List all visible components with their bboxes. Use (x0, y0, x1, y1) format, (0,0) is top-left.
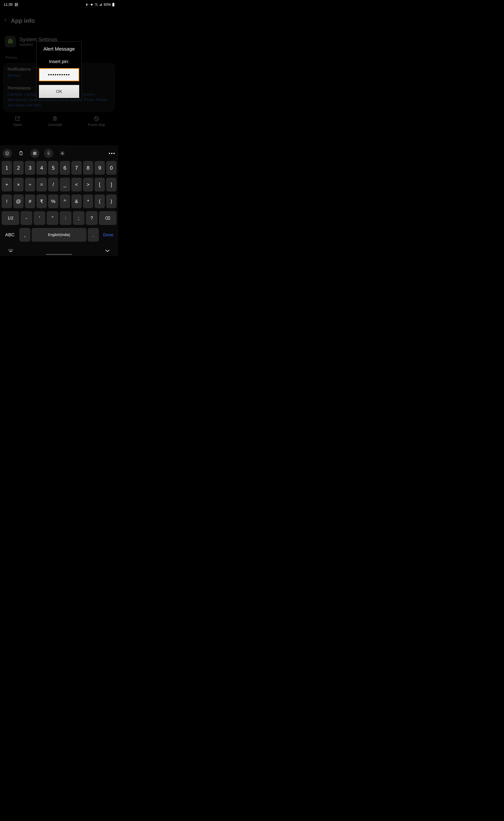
key-equals[interactable]: = (36, 178, 47, 191)
svg-point-8 (11, 40, 11, 40)
key-rparen[interactable]: ) (106, 194, 116, 208)
keyboard: ••• 1 2 3 4 5 6 7 8 9 0 + × ÷ = / _ < > … (0, 145, 118, 256)
voice-input-icon[interactable] (44, 149, 53, 158)
key-multiply[interactable]: × (13, 178, 24, 191)
kb-row-1: 1 2 3 4 5 6 7 8 9 0 (2, 161, 116, 175)
key-period[interactable]: . (88, 228, 99, 242)
svg-point-10 (6, 152, 9, 155)
open-label: Open (13, 123, 22, 127)
key-semicolon[interactable]: ; (73, 211, 85, 225)
svg-point-4 (9, 39, 10, 40)
key-lparen[interactable]: ( (95, 194, 105, 208)
key-0[interactable]: 0 (106, 161, 116, 175)
svg-rect-13 (20, 152, 22, 155)
force-stop-action: Force stop (88, 116, 105, 127)
key-6[interactable]: 6 (60, 161, 70, 175)
key-backspace[interactable] (99, 211, 116, 225)
key-caret[interactable]: ^ (60, 194, 70, 208)
status-time: 11:35 (4, 2, 13, 7)
dialog-prompt: Insert pin: (38, 59, 80, 64)
key-8[interactable]: 8 (83, 161, 93, 175)
alert-dialog: Alert Message Insert pin: OK (36, 41, 82, 100)
key-slash[interactable]: / (48, 178, 58, 191)
key-dash[interactable]: - (21, 211, 32, 225)
key-page-toggle[interactable]: 1/2 (2, 211, 19, 225)
kb-row-3: ! @ # ₹ % ^ & * ( ) (2, 194, 116, 208)
key-comma[interactable]: , (19, 228, 30, 242)
key-quote[interactable]: " (47, 211, 58, 225)
key-question[interactable]: ? (86, 211, 98, 225)
dialog-title: Alert Message (38, 46, 80, 52)
svg-rect-3 (113, 3, 114, 3)
text-extract-icon[interactable] (30, 149, 39, 158)
svg-point-17 (9, 249, 9, 250)
svg-point-26 (12, 250, 13, 251)
keyboard-more-icon[interactable]: ••• (109, 151, 115, 156)
key-underscore[interactable]: _ (60, 178, 70, 191)
key-done[interactable]: Done (100, 228, 116, 242)
svg-point-22 (9, 250, 9, 251)
svg-point-5 (11, 39, 12, 40)
keyboard-switch-icon[interactable] (8, 249, 13, 253)
open-action: Open (13, 116, 22, 127)
svg-point-12 (8, 153, 8, 153)
svg-point-7 (9, 40, 10, 40)
key-rupee[interactable]: ₹ (36, 194, 47, 208)
key-star[interactable]: * (83, 194, 93, 208)
key-4[interactable]: 4 (36, 161, 47, 175)
svg-point-18 (10, 249, 10, 250)
key-3[interactable]: 3 (25, 161, 35, 175)
force-stop-label: Force stop (88, 123, 105, 127)
key-plus[interactable]: + (2, 178, 12, 191)
key-space[interactable]: English(India) (32, 228, 86, 242)
key-percent[interactable]: % (48, 194, 58, 208)
kb-row-2: + × ÷ = / _ < > [ ] (2, 178, 116, 191)
status-bar: 11:35 Vo)LTE 93% (0, 0, 118, 9)
key-1[interactable]: 1 (2, 161, 12, 175)
signal-icon (99, 3, 102, 6)
wifi-icon (90, 3, 94, 6)
key-amp[interactable]: & (71, 194, 82, 208)
pin-input[interactable] (39, 68, 79, 81)
ok-button[interactable]: OK (39, 85, 79, 98)
svg-rect-27 (9, 251, 12, 252)
kb-row-5: ABC , English(India) . Done (2, 228, 116, 242)
key-9[interactable]: 9 (95, 161, 105, 175)
back-icon (4, 17, 8, 24)
key-gt[interactable]: > (83, 178, 93, 191)
key-hash[interactable]: # (25, 194, 35, 208)
key-lt[interactable]: < (71, 178, 82, 191)
key-abc[interactable]: ABC (2, 228, 18, 242)
uninstall-label: Uninstall (48, 123, 62, 127)
svg-point-6 (9, 39, 12, 41)
svg-rect-2 (112, 3, 114, 6)
svg-point-24 (11, 250, 11, 251)
key-exclaim[interactable]: ! (2, 194, 12, 208)
keyboard-dismiss-icon[interactable] (105, 249, 110, 253)
svg-point-1 (16, 4, 16, 4)
svg-rect-15 (48, 152, 49, 154)
keyboard-settings-icon[interactable] (58, 149, 67, 158)
key-divide[interactable]: ÷ (25, 178, 35, 191)
clipboard-icon[interactable] (16, 149, 26, 158)
svg-point-20 (11, 249, 12, 250)
mute-icon (85, 3, 89, 6)
page-title: App info (11, 17, 35, 24)
key-7[interactable]: 7 (71, 161, 82, 175)
key-apostrophe[interactable]: ' (34, 211, 45, 225)
nav-pill[interactable] (46, 254, 72, 255)
emoji-icon[interactable] (3, 149, 12, 158)
key-5[interactable]: 5 (48, 161, 58, 175)
svg-point-11 (6, 153, 7, 153)
uninstall-action: Uninstall (48, 116, 62, 127)
svg-point-9 (95, 116, 99, 121)
key-2[interactable]: 2 (13, 161, 24, 175)
key-colon[interactable]: : (60, 211, 72, 225)
svg-point-25 (11, 250, 12, 251)
key-lbracket[interactable]: [ (95, 178, 105, 191)
key-at[interactable]: @ (13, 194, 24, 208)
key-rbracket[interactable]: ] (106, 178, 116, 191)
kb-row-4: 1/2 - ' " : ; ? (2, 211, 116, 225)
image-indicator-icon (15, 3, 18, 6)
svg-point-16 (62, 153, 63, 154)
